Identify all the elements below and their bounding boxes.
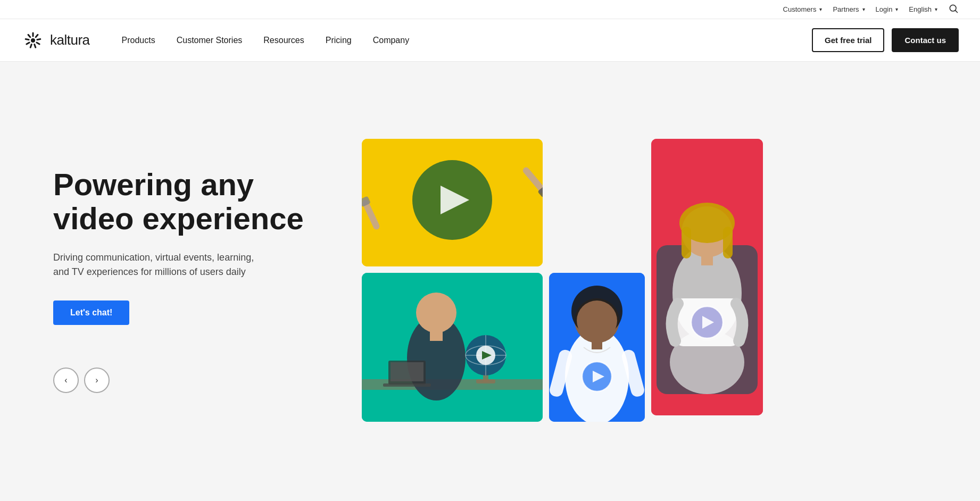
hero-image-red xyxy=(651,139,763,415)
svg-line-6 xyxy=(35,44,36,47)
blue-card-svg xyxy=(549,273,645,422)
hero-section: Powering any video experience Driving co… xyxy=(0,62,980,499)
svg-rect-23 xyxy=(430,330,443,341)
next-arrow-icon: › xyxy=(95,375,98,385)
main-nav: kaltura Products Customer Stories Resour… xyxy=(0,19,980,62)
nav-company[interactable]: Company xyxy=(373,36,409,45)
logo-link[interactable]: kaltura xyxy=(21,29,90,52)
svg-line-10 xyxy=(28,35,30,37)
hero-image-yellow xyxy=(362,139,543,266)
partners-label: Partners xyxy=(833,5,859,13)
hero-image-grid xyxy=(362,139,959,422)
svg-point-0 xyxy=(950,5,956,11)
svg-rect-34 xyxy=(383,383,431,387)
partners-link[interactable]: Partners ▾ xyxy=(833,5,865,13)
nav-products[interactable]: Products xyxy=(122,36,155,45)
hero-image-teal xyxy=(362,273,543,422)
language-selector[interactable]: English ▾ xyxy=(909,5,937,13)
login-chevron-icon: ▾ xyxy=(895,6,898,12)
language-label: English xyxy=(909,5,932,13)
svg-rect-51 xyxy=(682,227,691,258)
svg-rect-33 xyxy=(391,362,423,381)
red-card-svg xyxy=(651,139,763,415)
language-chevron-icon: ▾ xyxy=(935,6,937,12)
svg-line-9 xyxy=(26,39,29,39)
prev-arrow-icon: ‹ xyxy=(64,375,67,385)
svg-line-5 xyxy=(37,43,39,44)
nav-pricing[interactable]: Pricing xyxy=(326,36,352,45)
svg-point-39 xyxy=(577,300,617,341)
partners-chevron-icon: ▾ xyxy=(862,6,865,12)
login-link[interactable]: Login ▾ xyxy=(876,5,899,13)
kaltura-logo-icon xyxy=(21,29,45,52)
nav-actions: Get free trial Contact us xyxy=(812,28,959,52)
login-label: Login xyxy=(876,5,893,13)
hero-image-blue xyxy=(549,273,645,422)
customers-chevron-icon: ▾ xyxy=(819,6,822,12)
yellow-card-svg xyxy=(362,139,543,266)
svg-line-3 xyxy=(36,35,38,37)
svg-point-11 xyxy=(31,38,35,43)
hero-title: Powering any video experience xyxy=(53,168,330,236)
get-free-trial-button[interactable]: Get free trial xyxy=(812,28,884,52)
hero-subtitle: Driving communication, virtual events, l… xyxy=(53,250,266,279)
svg-rect-25 xyxy=(476,379,495,383)
carousel-prev-button[interactable]: ‹ xyxy=(53,368,79,393)
customers-label: Customers xyxy=(783,5,817,13)
svg-line-7 xyxy=(30,44,31,47)
logo-text: kaltura xyxy=(50,32,90,48)
teal-card-svg xyxy=(362,273,543,422)
svg-line-8 xyxy=(27,43,29,44)
nav-customer-stories[interactable]: Customer Stories xyxy=(177,36,243,45)
search-icon[interactable] xyxy=(948,3,959,15)
nav-links: Products Customer Stories Resources Pric… xyxy=(122,36,812,45)
contact-us-button[interactable]: Contact us xyxy=(892,28,959,52)
svg-rect-40 xyxy=(592,340,602,349)
lets-chat-button[interactable]: Let's chat! xyxy=(53,300,129,325)
svg-rect-52 xyxy=(723,227,733,258)
carousel-next-button[interactable]: › xyxy=(84,368,110,393)
hero-carousel-nav: ‹ › xyxy=(53,368,330,393)
svg-rect-53 xyxy=(701,255,713,265)
svg-line-1 xyxy=(956,11,958,13)
hero-content: Powering any video experience Driving co… xyxy=(53,168,330,393)
nav-resources[interactable]: Resources xyxy=(263,36,304,45)
svg-line-4 xyxy=(37,39,40,39)
customers-link[interactable]: Customers ▾ xyxy=(783,5,823,13)
svg-point-22 xyxy=(416,293,456,333)
utility-bar: Customers ▾ Partners ▾ Login ▾ English ▾ xyxy=(0,0,980,19)
